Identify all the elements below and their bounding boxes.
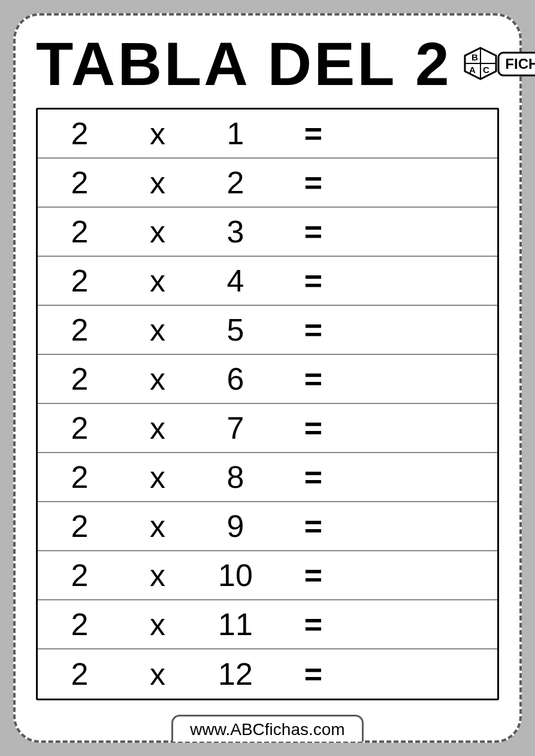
multiplicand: 2 (38, 214, 122, 250)
multiplier: 10 (194, 557, 277, 593)
multiplication-table: 2 x 1 = 2 x 2 = 2 x 3 = 2 x 4 = 2 (36, 108, 499, 700)
times-icon: x (122, 312, 194, 348)
table-row: 2 x 3 = (38, 208, 497, 257)
svg-text:C: C (483, 65, 489, 75)
equals-icon: = (277, 508, 349, 544)
worksheet-sheet: TABLA DEL 2 B A C FICHAS 2 x 1 = (13, 13, 522, 743)
footer: www.ABCfichas.com (16, 715, 519, 742)
multiplier: 11 (194, 606, 277, 642)
multiplier: 12 (194, 656, 277, 692)
times-icon: x (122, 508, 194, 544)
multiplicand: 2 (38, 557, 122, 593)
table-row: 2 x 1 = (38, 110, 497, 159)
header: TABLA DEL 2 B A C FICHAS (36, 34, 499, 95)
footer-url: www.ABCfichas.com (171, 715, 363, 742)
multiplicand: 2 (38, 508, 122, 544)
table-row: 2 x 10 = (38, 551, 497, 600)
equals-icon: = (277, 116, 349, 151)
times-icon: x (122, 606, 194, 642)
equals-icon: = (277, 361, 349, 397)
page-title: TABLA DEL 2 (36, 34, 452, 95)
times-icon: x (122, 557, 194, 593)
multiplicand: 2 (38, 116, 122, 151)
times-icon: x (122, 263, 194, 299)
equals-icon: = (277, 606, 349, 642)
table-row: 2 x 11 = (38, 600, 497, 649)
multiplier: 7 (194, 410, 277, 446)
multiplicand: 2 (38, 361, 122, 397)
table-row: 2 x 9 = (38, 502, 497, 551)
multiplier: 8 (194, 459, 277, 495)
times-icon: x (122, 656, 194, 692)
logo-text: FICHAS (505, 56, 535, 72)
multiplicand: 2 (38, 410, 122, 446)
table-row: 2 x 2 = (38, 159, 497, 208)
equals-icon: = (277, 312, 349, 348)
times-icon: x (122, 116, 194, 151)
multiplier: 1 (194, 116, 277, 151)
times-icon: x (122, 361, 194, 397)
multiplicand: 2 (38, 312, 122, 348)
multiplier: 4 (194, 263, 277, 299)
table-row: 2 x 7 = (38, 404, 497, 453)
multiplier: 3 (194, 214, 277, 250)
times-icon: x (122, 459, 194, 495)
table-row: 2 x 8 = (38, 453, 497, 502)
multiplicand: 2 (38, 263, 122, 299)
multiplicand: 2 (38, 165, 122, 201)
times-icon: x (122, 410, 194, 446)
multiplicand: 2 (38, 656, 122, 692)
svg-text:A: A (469, 65, 476, 75)
table-row: 2 x 6 = (38, 355, 497, 404)
times-icon: x (122, 165, 194, 201)
multiplier: 9 (194, 508, 277, 544)
table-row: 2 x 5 = (38, 306, 497, 355)
multiplier: 5 (194, 312, 277, 348)
times-icon: x (122, 214, 194, 250)
equals-icon: = (277, 165, 349, 201)
equals-icon: = (277, 263, 349, 299)
abc-fichas-logo: B A C FICHAS (461, 44, 535, 84)
multiplicand: 2 (38, 606, 122, 642)
equals-icon: = (277, 214, 349, 250)
svg-text:B: B (471, 52, 478, 62)
equals-icon: = (277, 557, 349, 593)
multiplier: 6 (194, 361, 277, 397)
table-row: 2 x 4 = (38, 257, 497, 306)
multiplicand: 2 (38, 459, 122, 495)
multiplier: 2 (194, 165, 277, 201)
equals-icon: = (277, 656, 349, 692)
equals-icon: = (277, 459, 349, 495)
table-row: 2 x 12 = (38, 649, 497, 699)
equals-icon: = (277, 410, 349, 446)
